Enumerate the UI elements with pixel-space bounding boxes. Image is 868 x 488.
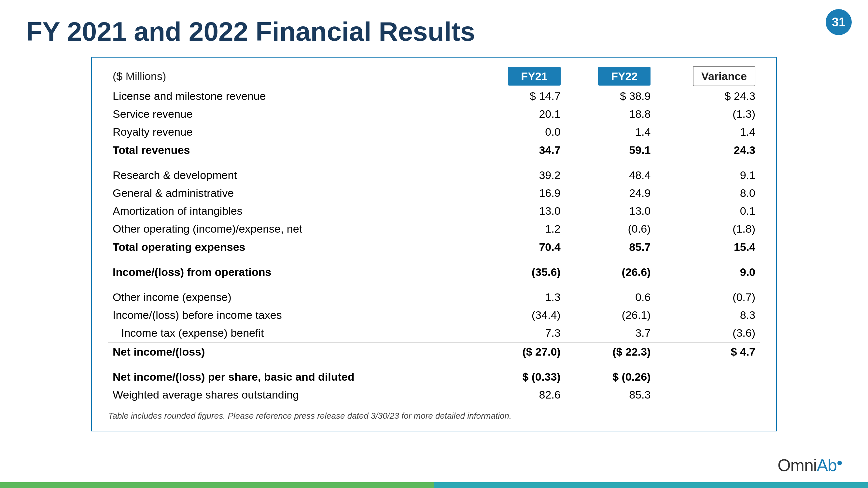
bottom-bar-teal xyxy=(434,482,868,488)
table-row: Income/(loss) from operations(35.6)(26.6… xyxy=(108,263,760,281)
row-fy21: (34.4) xyxy=(475,306,565,324)
row-fy21: 13.0 xyxy=(475,202,565,220)
row-fy21: 1.2 xyxy=(475,220,565,238)
page-title: FY 2021 and 2022 Financial Results xyxy=(26,16,475,47)
table-header-row: ($ Millions) FY21 FY22 Variance xyxy=(108,67,760,87)
row-label: Weighted average shares outstanding xyxy=(108,386,475,404)
table-row xyxy=(108,361,760,368)
row-variance: 15.4 xyxy=(655,238,760,256)
variance-header: Variance xyxy=(655,67,760,87)
row-variance: $ 24.3 xyxy=(655,87,760,105)
financial-table-container: ($ Millions) FY21 FY22 Variance License … xyxy=(91,57,777,431)
row-fy21: (35.6) xyxy=(475,263,565,281)
table-row: Research & development39.248.49.1 xyxy=(108,166,760,184)
row-fy21: 7.3 xyxy=(475,324,565,343)
row-label: Research & development xyxy=(108,166,475,184)
logo-ab-text: Ab xyxy=(816,456,837,475)
row-fy22: (26.6) xyxy=(565,263,655,281)
fy21-header: FY21 xyxy=(475,67,565,87)
row-variance: 8.0 xyxy=(655,184,760,202)
row-variance: 0.1 xyxy=(655,202,760,220)
row-variance: (0.7) xyxy=(655,288,760,306)
row-fy22: 85.7 xyxy=(565,238,655,256)
table-row xyxy=(108,256,760,263)
row-variance: 9.1 xyxy=(655,166,760,184)
table-row xyxy=(108,159,760,166)
row-label: General & administrative xyxy=(108,184,475,202)
table-row: Weighted average shares outstanding82.68… xyxy=(108,386,760,404)
row-fy22: 1.4 xyxy=(565,123,655,141)
row-fy21: 1.3 xyxy=(475,288,565,306)
row-fy21: 0.0 xyxy=(475,123,565,141)
table-row: General & administrative16.924.98.0 xyxy=(108,184,760,202)
table-row: Income tax (expense) benefit7.33.7(3.6) xyxy=(108,324,760,343)
row-fy21: 82.6 xyxy=(475,386,565,404)
logo-dot xyxy=(837,461,842,465)
row-label: Amortization of intangibles xyxy=(108,202,475,220)
row-variance xyxy=(655,368,760,386)
row-fy22: (26.1) xyxy=(565,306,655,324)
row-fy22: $ 38.9 xyxy=(565,87,655,105)
logo-omni-text: Omni xyxy=(777,456,816,475)
table-row: Royalty revenue0.01.41.4 xyxy=(108,123,760,141)
table-row: Other income (expense)1.30.6(0.7) xyxy=(108,288,760,306)
table-row: Amortization of intangibles13.013.00.1 xyxy=(108,202,760,220)
row-variance: (3.6) xyxy=(655,324,760,343)
row-fy21: 70.4 xyxy=(475,238,565,256)
row-label: Total revenues xyxy=(108,141,475,159)
row-fy21: $ 14.7 xyxy=(475,87,565,105)
table-row xyxy=(108,281,760,288)
table-footnote: Table includes rounded figures. Please r… xyxy=(108,411,760,421)
bottom-bar-green xyxy=(0,482,434,488)
row-fy22: 24.9 xyxy=(565,184,655,202)
row-label: Net income/(loss) xyxy=(108,343,475,361)
bottom-bar xyxy=(0,482,868,488)
row-label: Income tax (expense) benefit xyxy=(108,324,475,343)
row-label: Total operating expenses xyxy=(108,238,475,256)
row-variance: 9.0 xyxy=(655,263,760,281)
currency-label: ($ Millions) xyxy=(108,67,475,87)
row-fy22: ($ 22.3) xyxy=(565,343,655,361)
row-fy22: 59.1 xyxy=(565,141,655,159)
row-fy22: 48.4 xyxy=(565,166,655,184)
row-fy22: 18.8 xyxy=(565,105,655,123)
fy22-header: FY22 xyxy=(565,67,655,87)
row-fy21: 20.1 xyxy=(475,105,565,123)
row-fy22: 85.3 xyxy=(565,386,655,404)
table-row: License and milestone revenue$ 14.7$ 38.… xyxy=(108,87,760,105)
row-fy21: $ (0.33) xyxy=(475,368,565,386)
row-label: Net income/(loss) per share, basic and d… xyxy=(108,368,475,386)
row-variance: 1.4 xyxy=(655,123,760,141)
table-row: Total operating expenses70.485.715.4 xyxy=(108,238,760,256)
row-fy21: ($ 27.0) xyxy=(475,343,565,361)
row-variance: 24.3 xyxy=(655,141,760,159)
row-variance xyxy=(655,386,760,404)
row-label: License and milestone revenue xyxy=(108,87,475,105)
row-variance: $ 4.7 xyxy=(655,343,760,361)
omniab-logo: OmniAb xyxy=(777,455,842,475)
row-fy21: 16.9 xyxy=(475,184,565,202)
row-label: Other income (expense) xyxy=(108,288,475,306)
row-fy21: 34.7 xyxy=(475,141,565,159)
row-variance: (1.8) xyxy=(655,220,760,238)
row-label: Other operating (income)/expense, net xyxy=(108,220,475,238)
row-fy21: 39.2 xyxy=(475,166,565,184)
table-row: Service revenue20.118.8(1.3) xyxy=(108,105,760,123)
row-fy22: 13.0 xyxy=(565,202,655,220)
row-label: Service revenue xyxy=(108,105,475,123)
financial-table: ($ Millions) FY21 FY22 Variance License … xyxy=(108,67,760,404)
row-label: Income/(loss) before income taxes xyxy=(108,306,475,324)
table-row: Total revenues34.759.124.3 xyxy=(108,141,760,159)
page-number-badge: 31 xyxy=(826,9,852,35)
table-row: Net income/(loss)($ 27.0)($ 22.3)$ 4.7 xyxy=(108,343,760,361)
row-fy22: (0.6) xyxy=(565,220,655,238)
row-fy22: $ (0.26) xyxy=(565,368,655,386)
table-row: Income/(loss) before income taxes(34.4)(… xyxy=(108,306,760,324)
row-label: Income/(loss) from operations xyxy=(108,263,475,281)
row-variance: (1.3) xyxy=(655,105,760,123)
row-fy22: 3.7 xyxy=(565,324,655,343)
table-row: Other operating (income)/expense, net1.2… xyxy=(108,220,760,238)
table-row: Net income/(loss) per share, basic and d… xyxy=(108,368,760,386)
row-label: Royalty revenue xyxy=(108,123,475,141)
row-variance: 8.3 xyxy=(655,306,760,324)
